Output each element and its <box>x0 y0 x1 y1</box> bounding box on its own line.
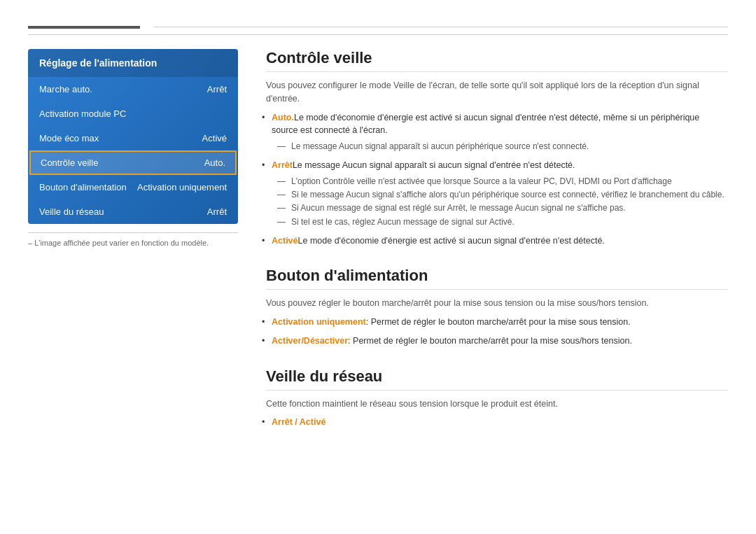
sidebar-item-marche-auto[interactable]: Marche auto.Arrêt <box>28 77 238 101</box>
top-bar-divider <box>154 27 728 27</box>
bullet-list: Auto.Le mode d'économie d'énergie est ac… <box>266 111 728 248</box>
sidebar-item-activation-module-pc[interactable]: Activation module PC <box>28 101 238 126</box>
section-description: Cette fonction maintient le réseau sous … <box>266 398 728 411</box>
bullet-list: Arrêt / Activé <box>266 416 728 429</box>
section-title: Contrôle veille <box>266 49 728 72</box>
sections-container: Contrôle veilleVous pouvez configurer le… <box>266 49 728 429</box>
sidebar-item-value: Activation uniquement <box>137 182 227 192</box>
sub-list: L'option Contrôle veille n'est activée q… <box>272 175 728 229</box>
sidebar-item-mode-eco-max[interactable]: Mode éco maxActivé <box>28 126 238 150</box>
bullet-text: : Permet de régler le bouton marche/arrê… <box>348 336 632 346</box>
bullet-list: Activation uniquement: Permet de régler … <box>266 316 728 348</box>
bullet-item: ActivéLe mode d'économie d'énergie est a… <box>272 234 728 248</box>
bullet-text: Le mode d'économie d'énergie est activé … <box>298 236 605 246</box>
bullet-label: Arrêt <box>272 160 293 170</box>
sub-list-item: Le message Aucun signal apparaît si aucu… <box>283 140 728 153</box>
top-bar <box>28 0 728 35</box>
menu-items: Marche auto.ArrêtActivation module PCMod… <box>28 77 238 224</box>
sub-list-item: Si tel est le cas, réglez Aucun message … <box>283 216 728 229</box>
menu-panel: Réglage de l'alimentation Marche auto.Ar… <box>28 49 238 224</box>
bullet-item: Auto.Le mode d'économie d'énergie est ac… <box>272 111 728 154</box>
section-description: Vous pouvez configurer le mode Veille de… <box>266 79 728 106</box>
section-bouton-alimentation: Bouton d'alimentationVous pouvez régler … <box>266 267 728 347</box>
bullet-label: Arrêt / Activé <box>272 417 326 427</box>
bullet-label: Auto. <box>272 113 294 122</box>
sidebar-item-value: Auto. <box>204 157 225 168</box>
menu-header: Réglage de l'alimentation <box>28 49 238 77</box>
sidebar-item-label: Bouton d'alimentation <box>39 182 127 192</box>
top-bar-accent <box>28 26 140 29</box>
bullet-item: Activation uniquement: Permet de régler … <box>272 316 728 329</box>
sidebar-item-value: Activé <box>202 133 227 143</box>
content-area: Contrôle veilleVous pouvez configurer le… <box>266 49 728 449</box>
bullet-label: Activation uniquement <box>272 317 366 327</box>
section-title: Veille du réseau <box>266 367 728 391</box>
bullet-label: Activé <box>272 236 298 246</box>
sub-list: Le message Aucun signal apparaît si aucu… <box>272 140 728 153</box>
sidebar-item-label: Activation module PC <box>39 108 126 119</box>
sidebar-item-veille-reseau[interactable]: Veille du réseauArrêt <box>28 199 238 224</box>
bullet-item: Arrêt / Activé <box>272 416 728 429</box>
bullet-item: Activer/Désactiver: Permet de régler le … <box>272 335 728 348</box>
sidebar-item-label: Mode éco max <box>39 133 99 143</box>
bullet-text: Le message Aucun signal apparaît si aucu… <box>293 160 575 170</box>
bullet-text: Le mode d'économie d'énergie est activé … <box>272 113 699 136</box>
section-veille-reseau: Veille du réseauCette fonction maintient… <box>266 367 728 430</box>
sidebar-item-label: Marche auto. <box>39 84 92 94</box>
sidebar: Réglage de l'alimentation Marche auto.Ar… <box>28 49 238 449</box>
sub-list-item: L'option Contrôle veille n'est activée q… <box>283 175 728 188</box>
bullet-label: Activer/Désactiver <box>272 336 348 346</box>
sidebar-item-controle-veille[interactable]: Contrôle veilleAuto. <box>29 150 237 175</box>
bullet-item: ArrêtLe message Aucun signal apparaît si… <box>272 159 728 229</box>
section-description: Vous pouvez régler le bouton marche/arrê… <box>266 297 728 310</box>
section-title: Bouton d'alimentation <box>266 267 728 290</box>
sub-list-item: Si le message Aucun signal s'affiche alo… <box>283 188 728 202</box>
sidebar-item-label: Contrôle veille <box>41 157 98 168</box>
sidebar-item-bouton-alimentation[interactable]: Bouton d'alimentationActivation uniqueme… <box>28 175 238 199</box>
sidebar-item-value: Arrêt <box>207 206 227 217</box>
sidebar-item-label: Veille du réseau <box>39 206 104 217</box>
sub-list-item: Si Aucun message de signal est réglé sur… <box>283 202 728 215</box>
sidebar-item-value: Arrêt <box>207 84 227 94</box>
bullet-text: : Permet de régler le bouton marche/arrê… <box>366 317 631 327</box>
main-content: Réglage de l'alimentation Marche auto.Ar… <box>0 35 756 463</box>
sidebar-note: – L'image affichée peut varier en foncti… <box>28 232 238 247</box>
section-controle-veille: Contrôle veilleVous pouvez configurer le… <box>266 49 728 247</box>
